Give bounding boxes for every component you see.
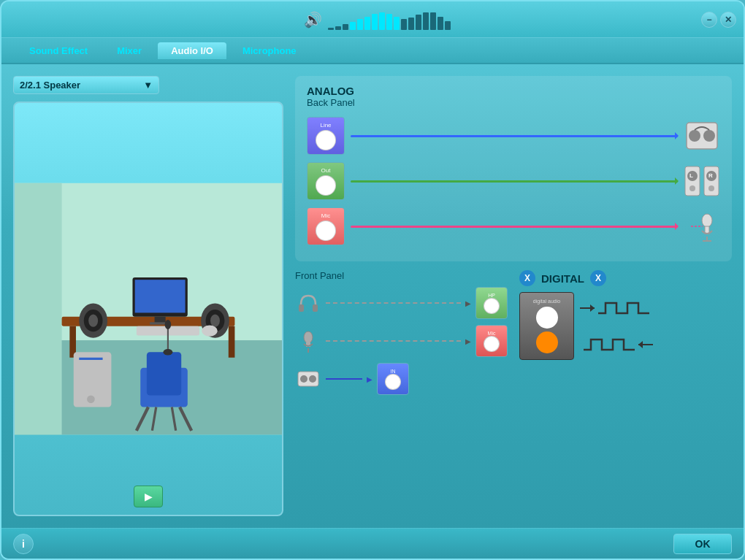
digital-badge-left[interactable]: X bbox=[519, 270, 535, 286]
tab-microphone[interactable]: Microphone bbox=[229, 42, 310, 59]
svg-point-35 bbox=[689, 185, 695, 191]
headphone-icon bbox=[295, 290, 321, 316]
digital-content: digital audio bbox=[519, 292, 732, 360]
back-mic-icon bbox=[684, 210, 720, 242]
tab-bar: Sound Effect Mixer Audio I/O Microphone bbox=[1, 38, 744, 64]
svg-point-28 bbox=[163, 349, 172, 356]
digital-circle-white bbox=[536, 307, 558, 329]
close-button[interactable]: ✕ bbox=[720, 12, 736, 28]
tab-mixer[interactable]: Mixer bbox=[104, 42, 155, 59]
svg-point-32 bbox=[703, 130, 715, 142]
svg-point-26 bbox=[87, 395, 95, 403]
analog-subtitle: Back Panel bbox=[307, 97, 720, 108]
right-panel: ANALOG Back Panel Line bbox=[295, 76, 732, 516]
volume-bar-2 bbox=[343, 24, 348, 29]
volume-bar-1 bbox=[335, 26, 341, 30]
tab-sound-effect[interactable]: Sound Effect bbox=[16, 42, 101, 59]
footer: i OK bbox=[1, 528, 744, 559]
svg-point-52 bbox=[300, 375, 307, 383]
title-bar-controls: − ✕ bbox=[701, 12, 736, 28]
jack-front-hp[interactable]: HP bbox=[475, 287, 508, 319]
play-button[interactable]: ▶ bbox=[134, 486, 163, 507]
digital-badge-right[interactable]: X bbox=[590, 270, 606, 286]
back-panel-row-2: Out L R bbox=[307, 162, 720, 200]
volume-bar-13 bbox=[423, 12, 429, 30]
jack-mic[interactable]: Mic bbox=[307, 207, 345, 245]
svg-rect-5 bbox=[229, 326, 235, 358]
jack-front-mic[interactable]: Mic bbox=[475, 325, 508, 357]
volume-bar-0 bbox=[328, 28, 334, 29]
svg-point-39 bbox=[708, 185, 714, 191]
headset-icon bbox=[684, 120, 720, 152]
svg-rect-19 bbox=[147, 352, 181, 395]
back-panel-row-3: Mic bbox=[307, 207, 720, 245]
title-bar-center: 🔊 bbox=[53, 9, 701, 30]
front-row-linein: ▶ IN bbox=[295, 363, 508, 395]
analog-title: ANALOG bbox=[307, 85, 720, 97]
volume-bar-10 bbox=[401, 19, 407, 29]
app-window: 🔊 − ✕ Sound Effect Mixer Audio I/O Micro… bbox=[0, 0, 745, 560]
volume-bar-15 bbox=[438, 17, 443, 30]
svg-rect-46 bbox=[299, 304, 304, 312]
svg-point-17 bbox=[202, 326, 218, 337]
speaker-dropdown: 2/2.1 Speaker ▼ bbox=[13, 76, 283, 94]
signal-wave-top bbox=[580, 297, 653, 319]
front-row-headphone: ▶ HP bbox=[295, 287, 508, 319]
svg-rect-42 bbox=[705, 226, 709, 234]
dashed-arrow-hp bbox=[326, 302, 461, 304]
volume-bar-14 bbox=[430, 12, 436, 30]
linein-icon bbox=[295, 366, 321, 392]
signal-wave-bottom bbox=[580, 334, 653, 356]
volume-bar-16 bbox=[445, 21, 451, 30]
speaker-select[interactable]: 2/2.1 Speaker ▼ bbox=[13, 76, 159, 94]
signal-waves bbox=[580, 297, 653, 356]
arrow-line-pink bbox=[351, 226, 678, 228]
svg-point-53 bbox=[309, 375, 316, 383]
digital-title: DIGITAL bbox=[541, 272, 584, 285]
dashed-arrow-mic bbox=[326, 340, 461, 342]
room-preview: ▶ bbox=[13, 101, 283, 516]
svg-rect-25 bbox=[79, 358, 102, 360]
front-mic-icon bbox=[295, 328, 321, 354]
solid-arrow-linein bbox=[326, 378, 362, 380]
speaker-icon: 🔊 bbox=[304, 11, 322, 28]
svg-marker-57 bbox=[638, 341, 643, 348]
front-panel-title: Front Panel bbox=[295, 270, 508, 281]
bottom-section: Front Panel ▶ HP bbox=[295, 270, 732, 401]
volume-bars bbox=[328, 9, 451, 30]
svg-point-15 bbox=[210, 315, 220, 327]
info-button[interactable]: i bbox=[13, 534, 34, 554]
digital-circle-orange bbox=[536, 331, 558, 353]
back-panel-row-1: Line bbox=[307, 117, 720, 155]
jack-line-out[interactable]: Out bbox=[307, 162, 345, 200]
svg-point-31 bbox=[689, 130, 700, 142]
main-content: 2/2.1 Speaker ▼ bbox=[1, 64, 744, 528]
svg-marker-2 bbox=[15, 183, 62, 434]
svg-text:R: R bbox=[708, 172, 713, 179]
svg-point-29 bbox=[165, 320, 172, 329]
volume-bar-5 bbox=[364, 17, 370, 30]
svg-rect-7 bbox=[135, 280, 186, 312]
tab-audio-io[interactable]: Audio I/O bbox=[158, 42, 226, 59]
arrow-line-green bbox=[351, 180, 678, 183]
front-panel-section: Front Panel ▶ HP bbox=[295, 270, 508, 401]
volume-bar-8 bbox=[386, 14, 392, 30]
jack-line-in[interactable]: Line bbox=[307, 117, 345, 155]
left-panel: 2/2.1 Speaker ▼ bbox=[13, 76, 283, 516]
ok-button[interactable]: OK bbox=[673, 534, 732, 554]
title-bar: 🔊 − ✕ bbox=[1, 1, 744, 38]
svg-point-48 bbox=[304, 331, 313, 343]
minimize-button[interactable]: − bbox=[701, 12, 717, 28]
svg-point-12 bbox=[88, 315, 98, 327]
volume-bar-9 bbox=[394, 17, 400, 30]
volume-bar-6 bbox=[372, 14, 378, 30]
volume-bar-12 bbox=[416, 15, 421, 29]
volume-bar-11 bbox=[408, 18, 414, 30]
svg-text:L: L bbox=[689, 172, 693, 179]
speakers-lr-icon: L R bbox=[684, 165, 720, 197]
svg-marker-55 bbox=[590, 304, 595, 312]
analog-section: ANALOG Back Panel Line bbox=[295, 76, 732, 261]
volume-bar-3 bbox=[350, 22, 356, 30]
svg-rect-47 bbox=[313, 304, 318, 312]
jack-front-linein[interactable]: IN bbox=[377, 363, 409, 395]
